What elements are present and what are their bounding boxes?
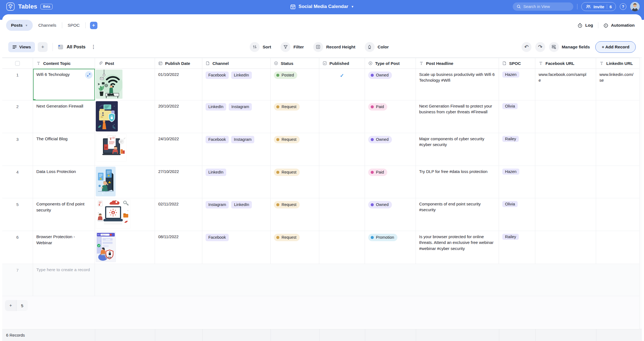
facebook-url-cell[interactable] — [535, 198, 596, 231]
post-image-cell[interactable]: T — [95, 133, 155, 166]
column-header-type-of-post[interactable]: Type of Post — [365, 58, 416, 69]
type-of-post-cell[interactable]: Paid — [365, 166, 416, 198]
views-button[interactable]: Views — [8, 42, 35, 52]
column-header-spoc[interactable]: SPOC — [499, 58, 535, 69]
publish-date-cell[interactable]: 02/11/2022 — [155, 198, 202, 231]
row-number-cell[interactable]: 2 — [2, 100, 33, 133]
column-header-post[interactable]: Post — [95, 58, 155, 69]
add-view-button[interactable]: + — [38, 42, 48, 52]
facebook-url-cell[interactable] — [535, 100, 596, 133]
row-number-cell[interactable]: 6 — [2, 231, 33, 264]
invite-button[interactable]: Invite 6 — [581, 2, 616, 11]
status-cell[interactable]: Request — [271, 231, 319, 264]
user-avatar[interactable] — [630, 2, 640, 11]
status-cell[interactable]: Request — [271, 100, 319, 133]
type-of-post-cell[interactable]: Owned — [365, 69, 416, 100]
content-topic-cell[interactable]: Wifi 6 Technology — [33, 69, 95, 100]
facebook-url-cell[interactable] — [535, 133, 596, 166]
search-input[interactable] — [523, 4, 567, 9]
type-of-post-cell[interactable]: Promotion — [365, 231, 416, 264]
type-of-post-cell[interactable]: Owned — [365, 198, 416, 231]
post-headline-cell[interactable]: Major components of cyber security #cybe… — [416, 133, 499, 166]
column-header-facebook-url[interactable]: Facebook URL — [535, 58, 596, 69]
tab-posts[interactable]: Posts ▼ — [6, 20, 33, 31]
post-headline-cell[interactable]: Components of end point security #securi… — [416, 198, 499, 231]
spoc-cell[interactable]: Hazen — [499, 69, 535, 100]
column-header-status[interactable]: Status — [271, 58, 319, 69]
published-cell[interactable] — [319, 133, 365, 166]
linkedin-url-cell[interactable] — [596, 133, 642, 166]
channel-cell[interactable]: Facebook LinkedIn — [202, 69, 271, 100]
post-headline-cell[interactable]: Next Generation Firewall to protect your… — [416, 100, 499, 133]
tab-channels[interactable]: Channels — [33, 23, 62, 28]
publish-date-cell[interactable]: 08/11/2022 — [155, 231, 202, 264]
linkedin-url-cell[interactable] — [596, 231, 642, 264]
post-image-cell[interactable] — [95, 198, 155, 231]
channel-cell[interactable]: LinkedIn Instagram — [202, 100, 271, 133]
publish-date-cell[interactable]: 01/10/2022 — [155, 69, 202, 100]
new-record-input-cell[interactable]: Type here to create a record — [33, 264, 95, 296]
spoc-cell[interactable]: Railey — [499, 133, 535, 166]
vertical-scrollbar[interactable] — [639, 58, 642, 329]
spoc-cell[interactable]: Railey — [499, 231, 535, 264]
search-in-view[interactable] — [513, 2, 573, 11]
content-topic-cell[interactable]: Next Generation Firewall — [33, 100, 95, 133]
post-image-cell[interactable]: ! ! — [95, 166, 155, 198]
channel-cell[interactable]: Facebook — [202, 231, 271, 264]
filter-button[interactable]: Filter — [280, 42, 304, 52]
facebook-url-cell[interactable]: www.facebook.com/sample — [535, 69, 596, 100]
expand-record-icon[interactable] — [85, 71, 92, 79]
status-cell[interactable]: Request — [271, 133, 319, 166]
content-topic-cell[interactable]: The Official Blog — [33, 133, 95, 166]
type-of-post-cell[interactable]: Owned — [365, 133, 416, 166]
status-cell[interactable]: Posted — [271, 69, 319, 100]
column-header-post-headline[interactable]: Post Headline — [416, 58, 499, 69]
post-image-cell[interactable] — [95, 69, 155, 100]
column-header-published[interactable]: Published — [319, 58, 365, 69]
tab-spoc[interactable]: SPOC — [62, 23, 85, 28]
linkedin-url-cell[interactable] — [596, 100, 642, 133]
published-cell[interactable] — [319, 231, 365, 264]
linkedin-url-cell[interactable] — [596, 198, 642, 231]
post-headline-cell[interactable]: Scale up business productivity with Wifi… — [416, 69, 499, 100]
facebook-url-cell[interactable] — [535, 166, 596, 198]
automation-button[interactable]: Automation — [603, 23, 635, 28]
current-view[interactable]: All Posts ⋮ — [58, 44, 95, 50]
channel-cell[interactable]: Instagram LinkedIn — [202, 198, 271, 231]
color-button[interactable]: Color — [365, 42, 389, 52]
status-cell[interactable]: Request — [271, 198, 319, 231]
column-header-content-topic[interactable]: Content Topic — [33, 58, 95, 69]
spoc-cell[interactable]: Hazen — [499, 166, 535, 198]
publish-date-cell[interactable]: 20/10/2022 — [155, 100, 202, 133]
post-image-cell[interactable] — [95, 100, 155, 133]
published-cell[interactable] — [319, 198, 365, 231]
linkedin-url-cell[interactable]: www.linkedin.com/se — [596, 69, 642, 100]
workspace-title-dropdown[interactable]: 21 Social Media Calendar ▼ — [290, 4, 354, 10]
content-topic-cell[interactable]: Browser Protection - Webinar — [33, 231, 95, 264]
publish-date-cell[interactable]: 24/10/2022 — [155, 133, 202, 166]
content-topic-cell[interactable]: Data Loss Protection — [33, 166, 95, 198]
content-topic-cell[interactable]: Components of End point security — [33, 198, 95, 231]
column-header-linkedin-url[interactable]: LinkedIn URL — [596, 58, 642, 69]
record-height-button[interactable]: Record Height — [313, 42, 355, 52]
column-header-channel[interactable]: Channel — [202, 58, 271, 69]
add-rows-button[interactable]: + — [5, 300, 16, 311]
row-number-cell[interactable]: 5 — [2, 198, 33, 231]
spoc-cell[interactable]: Olivia — [499, 100, 535, 133]
select-all-checkbox[interactable] — [15, 61, 20, 66]
view-more-icon[interactable]: ⋮ — [91, 44, 96, 50]
column-header-publish-date[interactable]: Publish Date — [155, 58, 202, 69]
help-button[interactable]: ? — [620, 3, 626, 10]
status-cell[interactable]: Request — [271, 166, 319, 198]
redo-button[interactable]: ↷ — [535, 42, 545, 52]
published-cell[interactable] — [319, 100, 365, 133]
post-image-cell[interactable]: https:// WWW SSL — [95, 231, 155, 264]
row-number-cell[interactable]: 4 — [2, 166, 33, 198]
spoc-cell[interactable]: Olivia — [499, 198, 535, 231]
channel-cell[interactable]: LinkedIn — [202, 166, 271, 198]
post-headline-cell[interactable]: Is your browser protected for online thr… — [416, 231, 499, 264]
channel-cell[interactable]: Facebook Instagram — [202, 133, 271, 166]
row-number-cell[interactable]: 3 — [2, 133, 33, 166]
sort-button[interactable]: Sort — [250, 42, 271, 52]
linkedin-url-cell[interactable] — [596, 166, 642, 198]
